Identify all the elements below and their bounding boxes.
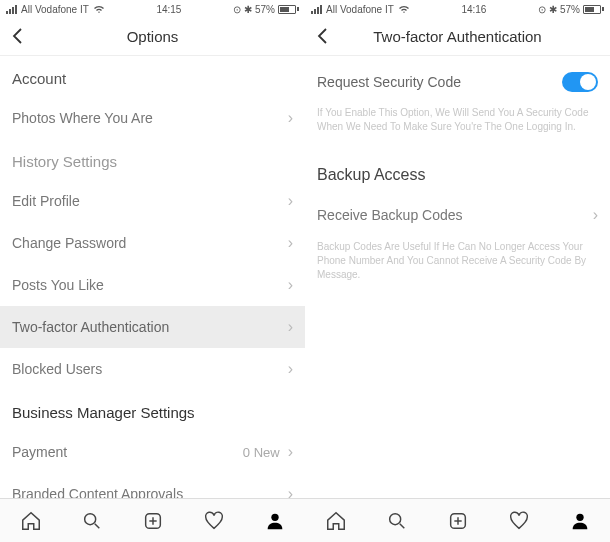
bluetooth-icon: ✱ (244, 4, 252, 15)
chevron-right-icon: › (288, 485, 293, 498)
row-edit-profile[interactable]: Edit Profile › (0, 180, 305, 222)
row-photos-where-you-are[interactable]: Photos Where You Are › (0, 97, 305, 139)
row-request-security-code: Request Security Code (305, 56, 610, 102)
two-factor-content: Request Security Code If You Enable This… (305, 56, 610, 498)
nav-home[interactable] (305, 510, 366, 532)
status-time: 14:16 (461, 4, 486, 15)
chevron-right-icon: › (288, 360, 293, 378)
status-time: 14:15 (156, 4, 181, 15)
options-list[interactable]: Account Photos Where You Are › History S… (0, 56, 305, 498)
battery-icon (278, 5, 299, 14)
chevron-right-icon: › (593, 206, 598, 224)
row-label: Edit Profile (12, 193, 288, 209)
section-history: History Settings (0, 139, 305, 180)
status-bar: All Vodafone IT 14:15 ⊙ ✱ 57% (0, 0, 305, 18)
chevron-right-icon: › (288, 443, 293, 461)
payment-badge: 0 New (243, 445, 280, 460)
nav-add[interactable] (122, 510, 183, 532)
status-bar: All Vodafone IT 14:16 ⊙ ✱ 57% (305, 0, 610, 18)
svg-line-7 (399, 523, 404, 528)
row-label: Payment (12, 444, 243, 460)
section-account: Account (0, 56, 305, 97)
chevron-right-icon: › (288, 318, 293, 336)
row-posts-you-like[interactable]: Posts You Like › (0, 264, 305, 306)
chevron-right-icon: › (288, 276, 293, 294)
chevron-right-icon: › (288, 192, 293, 210)
row-label: Branded Content Approvals (12, 486, 288, 498)
options-screen: All Vodafone IT 14:15 ⊙ ✱ 57% Options Ac… (0, 0, 305, 542)
security-code-toggle[interactable] (562, 72, 598, 92)
row-label: Posts You Like (12, 277, 288, 293)
row-change-password[interactable]: Change Password › (0, 222, 305, 264)
row-blocked-users[interactable]: Blocked Users › (0, 348, 305, 390)
row-label: Two-factor Authentication (12, 319, 288, 335)
battery-pct: 57% (560, 4, 580, 15)
two-factor-screen: All Vodafone IT 14:16 ⊙ ✱ 57% Two-factor… (305, 0, 610, 542)
battery-icon (583, 5, 604, 14)
nav-search[interactable] (61, 510, 122, 532)
row-label: Blocked Users (12, 361, 288, 377)
nav-search[interactable] (366, 510, 427, 532)
nav-add[interactable] (427, 510, 488, 532)
row-label: Change Password (12, 235, 288, 251)
header: Options (0, 18, 305, 56)
nav-profile[interactable] (549, 510, 610, 532)
row-payment[interactable]: Payment 0 New › (0, 431, 305, 473)
section-business: Business Manager Settings (0, 390, 305, 431)
chevron-right-icon: › (288, 109, 293, 127)
row-branded-content[interactable]: Branded Content Approvals › (0, 473, 305, 498)
alarm-icon: ⊙ (538, 4, 546, 15)
section-backup-access: Backup Access (305, 146, 610, 194)
row-two-factor-auth[interactable]: Two-factor Authentication › (0, 306, 305, 348)
page-title: Options (127, 28, 179, 45)
carrier-label: All Vodafone IT (21, 4, 89, 15)
wifi-icon (93, 5, 105, 14)
page-title: Two-factor Authentication (373, 28, 541, 45)
svg-point-0 (84, 513, 95, 524)
bluetooth-icon: ✱ (549, 4, 557, 15)
back-button[interactable] (8, 26, 28, 46)
nav-activity[interactable] (183, 510, 244, 532)
svg-point-5 (271, 513, 278, 520)
nav-profile[interactable] (244, 510, 305, 532)
backup-codes-hint: Backup Codes Are Useful If He Can No Lon… (305, 236, 610, 294)
wifi-icon (398, 5, 410, 14)
nav-activity[interactable] (488, 510, 549, 532)
header: Two-factor Authentication (305, 18, 610, 56)
signal-icon (6, 5, 17, 14)
chevron-right-icon: › (288, 234, 293, 252)
alarm-icon: ⊙ (233, 4, 241, 15)
svg-line-1 (94, 523, 99, 528)
bottom-nav (305, 498, 610, 542)
bottom-nav (0, 498, 305, 542)
nav-home[interactable] (0, 510, 61, 532)
carrier-label: All Vodafone IT (326, 4, 394, 15)
svg-point-6 (389, 513, 400, 524)
row-label: Photos Where You Are (12, 110, 288, 126)
battery-pct: 57% (255, 4, 275, 15)
row-receive-backup-codes[interactable]: Receive Backup Codes › (305, 194, 610, 236)
signal-icon (311, 5, 322, 14)
row-label: Receive Backup Codes (317, 207, 593, 223)
back-button[interactable] (313, 26, 333, 46)
toggle-label: Request Security Code (317, 74, 562, 90)
svg-point-11 (576, 513, 583, 520)
security-code-hint: If You Enable This Option, We Will Send … (305, 102, 610, 146)
